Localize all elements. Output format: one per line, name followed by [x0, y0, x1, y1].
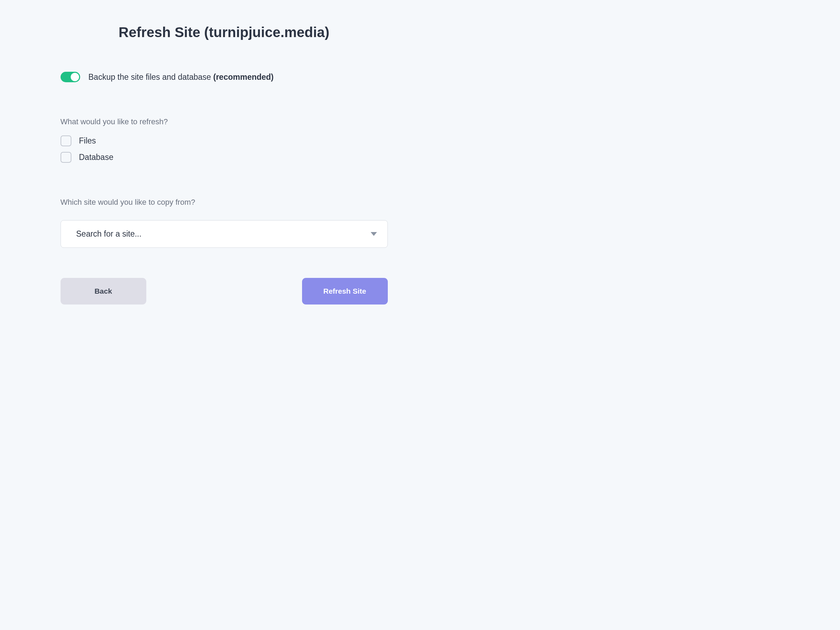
backup-label: Backup the site files and database (reco… [88, 73, 274, 82]
page-title: Refresh Site (turnipjuice.media) [60, 25, 388, 40]
backup-label-text: Backup the site files and database [88, 73, 213, 82]
back-button[interactable]: Back [60, 278, 146, 305]
backup-row: Backup the site files and database (reco… [60, 72, 388, 82]
refresh-options-group: What would you like to refresh? Files Da… [60, 117, 388, 163]
site-search-dropdown[interactable]: Search for a site... [60, 220, 388, 248]
copy-from-section: Which site would you like to copy from? … [60, 198, 388, 248]
files-checkbox-label: Files [79, 136, 96, 145]
backup-label-recommended: (recommended) [213, 73, 274, 82]
dropdown-placeholder: Search for a site... [76, 229, 142, 239]
database-checkbox[interactable] [60, 152, 71, 163]
backup-toggle[interactable] [60, 72, 80, 82]
refresh-section-label: What would you like to refresh? [60, 117, 388, 126]
button-row: Back Refresh Site [60, 278, 388, 305]
refresh-site-button[interactable]: Refresh Site [302, 278, 388, 305]
chevron-down-icon [371, 232, 377, 236]
checkbox-row-files: Files [60, 136, 388, 146]
copy-section-label: Which site would you like to copy from? [60, 198, 388, 207]
toggle-knob [71, 73, 79, 81]
files-checkbox[interactable] [60, 136, 71, 146]
checkbox-row-database: Database [60, 152, 388, 163]
database-checkbox-label: Database [79, 153, 114, 162]
